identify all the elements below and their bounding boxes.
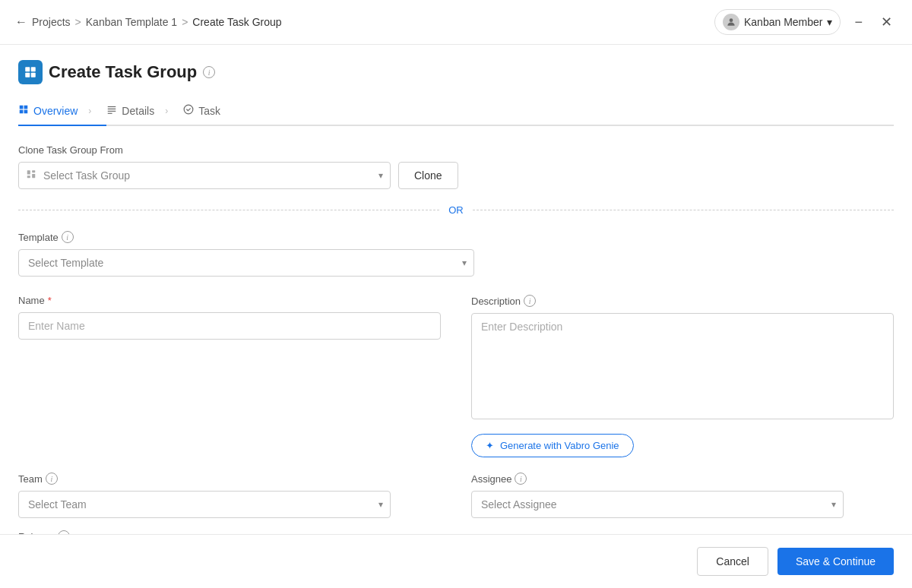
team-label: Team i — [18, 473, 441, 485]
svg-rect-15 — [32, 170, 35, 172]
team-select-wrapper: Select Team ▾ — [18, 491, 391, 518]
template-info[interactable]: i — [62, 231, 74, 243]
tab-details-label: Details — [122, 105, 154, 117]
or-line-right — [473, 210, 894, 210]
tab-details[interactable]: Details › — [106, 96, 183, 126]
clone-row: Select Task Group ▾ Clone — [18, 162, 894, 189]
page-title-icon — [18, 60, 43, 84]
team-assignee-grid: Team i Select Team ▾ Assignee i Select A… — [18, 473, 894, 518]
breadcrumb: ← Projects > Kanban Template 1 > Create … — [15, 15, 282, 29]
save-continue-button[interactable]: Save & Continue — [777, 548, 894, 575]
name-desc-grid: Name* Description i ✦ Generate with Vabr… — [18, 295, 894, 457]
desc-field-group: Description i — [471, 295, 894, 422]
breadcrumb-sep1: > — [75, 16, 81, 28]
breadcrumb-sep2: > — [182, 16, 188, 28]
svg-rect-10 — [108, 109, 116, 109]
template-select[interactable]: Select Template — [18, 249, 474, 277]
cancel-button[interactable]: Cancel — [697, 547, 768, 576]
svg-rect-2 — [31, 67, 36, 71]
tab-task-label: Task — [198, 105, 220, 117]
name-required: * — [48, 295, 52, 306]
team-field-group: Team i Select Team ▾ — [18, 473, 441, 518]
clone-button[interactable]: Clone — [398, 162, 458, 189]
page-title: Create Task Group — [49, 62, 197, 82]
name-input[interactable] — [18, 312, 441, 340]
clone-section: Clone Task Group From Select Task Group … — [18, 144, 894, 189]
name-label: Name* — [18, 295, 441, 306]
user-badge[interactable]: Kanban Member ▾ — [714, 9, 841, 35]
generate-btn-container: ✦ Generate with Vabro Genie — [471, 434, 894, 457]
svg-rect-3 — [25, 73, 30, 77]
user-chevron: ▾ — [827, 16, 832, 28]
svg-rect-7 — [20, 110, 24, 114]
desc-label: Description i — [471, 295, 894, 307]
assignee-label: Assignee i — [471, 473, 894, 485]
minimize-button[interactable]: − — [850, 13, 867, 32]
svg-rect-1 — [25, 67, 30, 71]
task-group-select[interactable]: Select Task Group — [18, 162, 391, 189]
svg-rect-11 — [108, 111, 116, 112]
assignee-field-group: Assignee i Select Assignee ▾ — [471, 473, 894, 518]
topbar-right: Kanban Member ▾ − ✕ — [714, 9, 897, 35]
bottom-bar: Cancel Save & Continue — [0, 534, 912, 588]
svg-rect-17 — [27, 175, 30, 178]
tabs-bar: Overview › Details › Task — [18, 96, 894, 126]
tab-overview-chevron: › — [88, 106, 91, 116]
svg-point-0 — [730, 18, 733, 22]
close-button[interactable]: ✕ — [876, 12, 897, 32]
assignee-select[interactable]: Select Assignee — [471, 491, 844, 518]
name-field-group: Name* — [18, 295, 441, 340]
user-name: Kanban Member — [744, 16, 823, 28]
task-icon — [183, 104, 194, 117]
svg-rect-4 — [31, 73, 36, 77]
generate-icon: ✦ — [486, 440, 494, 451]
svg-rect-12 — [108, 113, 112, 114]
tab-task[interactable]: Task — [183, 96, 236, 126]
breadcrumb-template[interactable]: Kanban Template 1 — [86, 16, 177, 28]
desc-info[interactable]: i — [524, 295, 536, 307]
svg-point-13 — [184, 105, 193, 114]
or-line-left — [18, 210, 439, 210]
team-select[interactable]: Select Team — [18, 491, 391, 518]
or-divider: OR — [18, 204, 894, 216]
template-select-wrapper: Select Template ▾ — [18, 249, 474, 277]
description-textarea[interactable] — [471, 313, 894, 419]
tab-overview-label: Overview — [33, 105, 78, 117]
topbar: ← Projects > Kanban Template 1 > Create … — [0, 0, 912, 45]
or-text: OR — [448, 204, 464, 216]
svg-rect-16 — [32, 174, 35, 178]
template-label: Template i — [18, 231, 894, 243]
main-content: Create Task Group i Overview › Details ›… — [0, 45, 912, 588]
svg-rect-5 — [20, 106, 24, 109]
svg-rect-14 — [27, 170, 30, 174]
assignee-info[interactable]: i — [515, 473, 527, 485]
team-info[interactable]: i — [46, 473, 58, 485]
back-button[interactable]: ← — [15, 15, 27, 29]
details-icon — [106, 104, 117, 117]
generate-button[interactable]: ✦ Generate with Vabro Genie — [471, 434, 634, 457]
desc-col: Description i ✦ Generate with Vabro Geni… — [471, 295, 894, 457]
page-title-row: Create Task Group i — [18, 60, 894, 84]
tab-details-chevron: › — [165, 106, 168, 116]
clone-label: Clone Task Group From — [18, 144, 894, 156]
page-title-info[interactable]: i — [203, 66, 215, 78]
svg-rect-9 — [108, 106, 116, 107]
breadcrumb-projects[interactable]: Projects — [32, 16, 71, 28]
task-group-icon — [26, 169, 36, 182]
svg-rect-8 — [24, 110, 28, 114]
overview-icon — [18, 104, 29, 117]
assignee-select-wrapper: Select Assignee ▾ — [471, 491, 844, 518]
svg-rect-6 — [24, 106, 28, 109]
task-group-select-wrapper: Select Task Group ▾ — [18, 162, 391, 189]
avatar — [723, 14, 739, 30]
breadcrumb-current: Create Task Group — [192, 16, 281, 28]
template-section: Template i Select Template ▾ — [18, 231, 894, 277]
generate-label: Generate with Vabro Genie — [500, 440, 619, 451]
name-col: Name* — [18, 295, 441, 457]
tab-overview[interactable]: Overview › — [18, 96, 106, 126]
